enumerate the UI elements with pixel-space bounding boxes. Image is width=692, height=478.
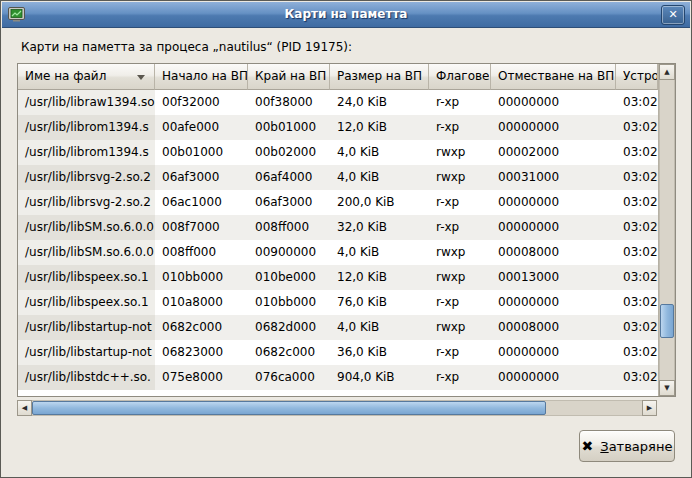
- cell-vm_start: 010a8000: [155, 290, 248, 315]
- cell-vm_end: 00b02000: [248, 140, 330, 165]
- cell-filename: /usr/lib/libstartup-not: [18, 340, 155, 365]
- cell-filename: /usr/lib/librsvg-2.so.2: [18, 165, 155, 190]
- memory-maps-dialog: Карти на паметта ✕ Карти на паметта за п…: [0, 0, 692, 478]
- cell-vm_offset: 00000000: [491, 90, 616, 115]
- cell-vm_start: 008ff000: [155, 240, 248, 265]
- horizontal-scrollbar-thumb[interactable]: [32, 401, 546, 415]
- vertical-scrollbar-trough[interactable]: [659, 80, 675, 380]
- column-header-vm_size[interactable]: Размер на ВП: [330, 64, 429, 90]
- cell-filename: /usr/lib/libSM.so.6.0.0: [18, 215, 155, 240]
- vertical-scrollbar-thumb[interactable]: [660, 304, 674, 338]
- table-row[interactable]: /usr/lib/librsvg-2.so.206af300006af40004…: [18, 165, 658, 190]
- table-row[interactable]: /usr/lib/libstartup-not068230000682c0003…: [18, 340, 658, 365]
- cell-vm_offset: 00000000: [491, 215, 616, 240]
- cell-flags: r-xp: [429, 90, 491, 115]
- close-dialog-button[interactable]: ✖ Затваряне: [579, 430, 675, 462]
- table-row[interactable]: /usr/lib/librom1394.s00b0100000b020004,0…: [18, 140, 658, 165]
- cell-vm_offset: 00008000: [491, 240, 616, 265]
- cell-vm_size: 32,0 KiB: [330, 215, 429, 240]
- cell-device: 03:02: [616, 190, 658, 215]
- cell-flags: rwxp: [429, 265, 491, 290]
- cell-vm_size: 4,0 KiB: [330, 315, 429, 340]
- cell-device: 03:02: [616, 290, 658, 315]
- table-row[interactable]: /usr/lib/libspeex.so.1010bb000010be00012…: [18, 265, 658, 290]
- cell-vm_offset: 00013000: [491, 265, 616, 290]
- table-row[interactable]: /usr/lib/libSM.so.6.0.0008f7000008ff0003…: [18, 215, 658, 240]
- cell-vm_end: 076ca000: [248, 365, 330, 390]
- cell-vm_offset: 00000000: [491, 365, 616, 390]
- scroll-up-button[interactable]: ▲: [659, 64, 675, 80]
- column-header-filename[interactable]: Име на файл: [18, 64, 155, 90]
- column-header-device[interactable]: Устро: [616, 64, 658, 90]
- cell-flags: r-xp: [429, 365, 491, 390]
- column-header-label: Начало на ВП: [162, 64, 247, 89]
- cell-vm_end: 00f38000: [248, 90, 330, 115]
- cell-flags: r-xp: [429, 215, 491, 240]
- cell-vm_end: 008ff000: [248, 215, 330, 240]
- cell-vm_start: 00f32000: [155, 90, 248, 115]
- scroll-left-button[interactable]: ◀: [17, 400, 32, 416]
- cell-vm_start: 075e8000: [155, 365, 248, 390]
- cell-device: 03:02: [616, 265, 658, 290]
- window-title: Карти на паметта: [2, 7, 690, 21]
- table-row[interactable]: /usr/lib/libraw1394.so00f3200000f3800024…: [18, 90, 658, 115]
- cell-vm_offset: 00008000: [491, 315, 616, 340]
- column-header-vm_offset[interactable]: Отместване на ВП: [491, 64, 616, 90]
- cell-vm_size: 36,0 KiB: [330, 340, 429, 365]
- cell-device: 03:02: [616, 340, 658, 365]
- cell-vm_offset: 00000000: [491, 290, 616, 315]
- cell-flags: r-xp: [429, 290, 491, 315]
- column-header-vm_end[interactable]: Край на ВП: [248, 64, 330, 90]
- column-header-label: Размер на ВП: [337, 64, 422, 89]
- column-header-flags[interactable]: Флагове: [429, 64, 491, 90]
- cell-filename: /usr/lib/libspeex.so.1: [18, 290, 155, 315]
- cell-vm_size: 24,0 KiB: [330, 90, 429, 115]
- cell-vm_start: 008f7000: [155, 215, 248, 240]
- scroll-right-button[interactable]: ▶: [642, 400, 657, 416]
- horizontal-scrollbar[interactable]: ◀ ▶: [17, 400, 657, 416]
- cell-vm_end: 0682c000: [248, 340, 330, 365]
- vertical-scrollbar[interactable]: ▲ ▼: [658, 64, 675, 396]
- cell-device: 03:02: [616, 90, 658, 115]
- cell-vm_size: 200,0 KiB: [330, 190, 429, 215]
- cell-vm_offset: 00000000: [491, 190, 616, 215]
- cell-filename: /usr/lib/librom1394.s: [18, 115, 155, 140]
- table-row[interactable]: /usr/lib/libstartup-not0682c0000682d0004…: [18, 315, 658, 340]
- table-row[interactable]: /usr/lib/libSM.so.6.0.0008ff000009000004…: [18, 240, 658, 265]
- cell-vm_size: 12,0 KiB: [330, 115, 429, 140]
- cell-vm_size: 4,0 KiB: [330, 240, 429, 265]
- cell-flags: rwxp: [429, 315, 491, 340]
- cell-vm_size: 904,0 KiB: [330, 365, 429, 390]
- memory-map-table-frame: Име на файлНачало на ВПКрай на ВПРазмер …: [17, 63, 676, 397]
- cell-vm_end: 010bb000: [248, 290, 330, 315]
- cell-vm_start: 06af3000: [155, 165, 248, 190]
- cell-flags: rwxp: [429, 240, 491, 265]
- cell-vm_offset: 00000000: [491, 115, 616, 140]
- cell-vm_start: 00afe000: [155, 115, 248, 140]
- scroll-down-button[interactable]: ▼: [659, 380, 675, 396]
- cell-flags: rwxp: [429, 140, 491, 165]
- table-body: /usr/lib/libraw1394.so00f3200000f3800024…: [18, 90, 658, 396]
- table-row[interactable]: /usr/lib/librsvg-2.so.206ac100006af30002…: [18, 190, 658, 215]
- cell-device: 03:02: [616, 215, 658, 240]
- cell-filename: /usr/lib/librom1394.s: [18, 140, 155, 165]
- column-header-vm_start[interactable]: Начало на ВП: [155, 64, 248, 90]
- horizontal-scrollbar-trough[interactable]: [32, 400, 642, 416]
- cell-vm_end: 06af4000: [248, 165, 330, 190]
- cell-vm_size: 4,0 KiB: [330, 140, 429, 165]
- table-row[interactable]: /usr/lib/librom1394.s00afe00000b0100012,…: [18, 115, 658, 140]
- cell-flags: r-xp: [429, 190, 491, 215]
- cell-vm_start: 010bb000: [155, 265, 248, 290]
- cell-device: 03:02: [616, 140, 658, 165]
- cell-vm_end: 06af3000: [248, 190, 330, 215]
- titlebar[interactable]: Карти на паметта ✕: [2, 2, 690, 28]
- column-header-label: Край на ВП: [255, 64, 326, 89]
- table-row[interactable]: /usr/lib/libstdc++.so.075e8000076ca00090…: [18, 365, 658, 390]
- cell-filename: /usr/lib/libraw1394.so: [18, 90, 155, 115]
- cell-flags: rwxp: [429, 165, 491, 190]
- cell-vm_end: 0682d000: [248, 315, 330, 340]
- table-row[interactable]: /usr/lib/libspeex.so.1010a8000010bb00076…: [18, 290, 658, 315]
- window-close-button[interactable]: ✕: [661, 5, 685, 25]
- cell-vm_size: 4,0 KiB: [330, 165, 429, 190]
- cell-filename: /usr/lib/libspeex.so.1: [18, 265, 155, 290]
